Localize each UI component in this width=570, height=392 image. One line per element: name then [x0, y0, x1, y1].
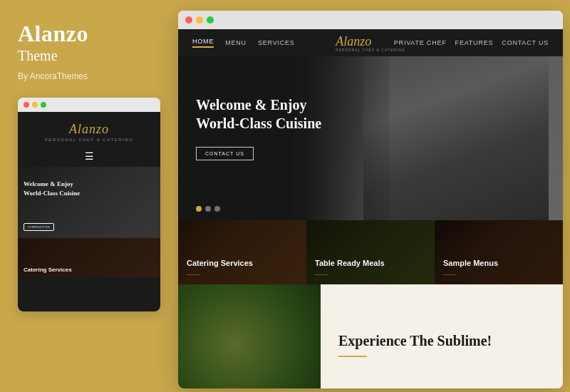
hero-text-block: Welcome & Enjoy World-Class Cuisine CONT…: [196, 96, 353, 160]
service-card-table-ready[interactable]: Table Ready Meals ——: [306, 220, 435, 284]
bottom-underline-accent: [338, 356, 367, 357]
main-browser-bar: [178, 11, 563, 29]
service-card-sample-menus-label: Sample Menus: [443, 259, 498, 267]
chef-bg: [363, 56, 549, 220]
service-card-catering-label: Catering Services: [187, 259, 253, 267]
chef-figure: [363, 56, 549, 220]
mini-service-label: Catering Services: [24, 267, 72, 273]
hero-headline: Welcome & Enjoy World-Class Cuisine: [196, 96, 353, 133]
mini-dot-green: [41, 102, 46, 108]
service-card-catering-arrow: ——: [187, 270, 253, 277]
main-dot-yellow: [196, 16, 203, 24]
nav-link-home[interactable]: HOME: [192, 38, 214, 48]
bottom-text: Experience The Sublime!: [321, 284, 509, 388]
mini-hero: Welcome & EnjoyWorld-Class Cuisine CONTA…: [18, 167, 160, 238]
mini-contact-btn[interactable]: CONTACT US: [24, 223, 54, 231]
brand-subtitle: Theme: [18, 48, 58, 64]
service-card-table-ready-label: Table Ready Meals: [315, 259, 385, 267]
hero-dot-3[interactable]: [214, 206, 220, 212]
bottom-section: Experience The Sublime!: [178, 284, 563, 388]
hero-dots: [196, 206, 220, 212]
bottom-food-image: [178, 284, 321, 388]
mini-browser: Alanzo PERSONAL CHEF & CATERING ☰ Welcom…: [18, 98, 160, 311]
service-card-sample-menus[interactable]: Sample Menus ——: [435, 220, 563, 284]
bottom-headline: Experience The Sublime!: [338, 331, 492, 350]
service-card-sample-menus-arrow: ——: [443, 270, 498, 277]
brand-by: By AncoraThemes: [18, 71, 88, 81]
main-browser: HOME MENU SERVICES Alanzo PERSONAL CHEF …: [178, 11, 563, 388]
mini-logo-text: Alanzo: [69, 122, 109, 137]
main-nav: HOME MENU SERVICES Alanzo PERSONAL CHEF …: [178, 29, 563, 56]
nav-link-contact-us[interactable]: CONTACT US: [502, 39, 549, 46]
service-card-catering[interactable]: Catering Services ——: [178, 220, 306, 284]
service-card-catering-content: Catering Services ——: [187, 256, 253, 277]
mini-content: Alanzo PERSONAL CHEF & CATERING ☰ Welcom…: [18, 112, 160, 311]
mini-logo-sub: PERSONAL CHEF & CATERING: [45, 138, 133, 142]
mini-hero-text: Welcome & EnjoyWorld-Class Cuisine: [24, 180, 80, 197]
service-card-sample-menus-content: Sample Menus ——: [443, 256, 498, 277]
nav-link-menu[interactable]: MENU: [225, 39, 247, 46]
main-hero: Welcome & Enjoy World-Class Cuisine CONT…: [178, 56, 563, 220]
mini-dot-yellow: [32, 102, 38, 108]
hero-contact-button[interactable]: CONTACT US: [196, 147, 254, 160]
main-dot-red: [185, 16, 192, 24]
hero-dot-1[interactable]: [196, 206, 202, 212]
services-row: Catering Services —— Table Ready Meals —…: [178, 220, 563, 284]
main-dot-green: [207, 16, 214, 24]
nav-link-features[interactable]: FEATURES: [455, 39, 494, 46]
hero-dot-2[interactable]: [205, 206, 211, 212]
mini-logo-area: Alanzo PERSONAL CHEF & CATERING: [18, 112, 160, 148]
bottom-img-decor: [178, 284, 321, 388]
mini-service-card: Catering Services: [18, 238, 160, 277]
service-card-table-ready-content: Table Ready Meals ——: [315, 256, 385, 277]
mini-browser-bar: [18, 98, 160, 112]
main-nav-logo: Alanzo PERSONAL CHEF & CATERING: [336, 34, 405, 52]
nav-link-services[interactable]: SERVICES: [258, 39, 295, 46]
brand-title: Alanzo: [18, 21, 88, 46]
service-card-table-ready-arrow: ——: [315, 270, 385, 277]
mini-dot-red: [24, 102, 29, 108]
left-panel: Alanzo Theme By AncoraThemes Alanzo PERS…: [0, 0, 177, 392]
nav-right-links: PRIVATE CHEF FEATURES CONTACT US: [394, 39, 549, 46]
mini-hamburger-icon: ☰: [18, 148, 160, 167]
